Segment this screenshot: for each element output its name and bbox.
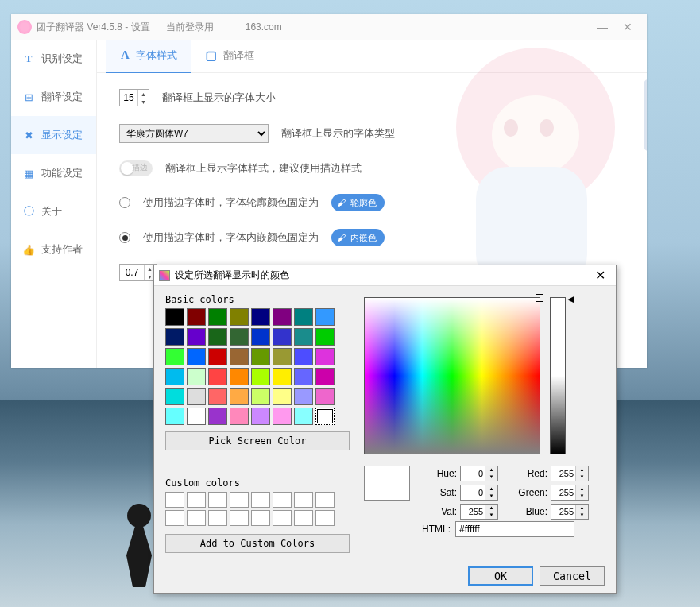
basic-swatch[interactable] xyxy=(165,368,184,385)
custom-swatch[interactable] xyxy=(273,492,292,508)
basic-swatch[interactable] xyxy=(273,308,292,326)
custom-swatch[interactable] xyxy=(273,510,292,526)
basic-swatch[interactable] xyxy=(294,368,313,385)
red-input[interactable]: ▲▼ xyxy=(551,466,589,481)
basic-swatch[interactable] xyxy=(251,388,270,405)
basic-swatch[interactable] xyxy=(315,388,335,405)
dialog-close-button[interactable]: ✕ xyxy=(589,267,611,284)
sidebar-item-support[interactable]: 👍 支持作者 xyxy=(11,230,96,269)
basic-swatch[interactable] xyxy=(208,408,227,425)
sat-input[interactable]: ▲▼ xyxy=(460,485,498,501)
tab-translate-box[interactable]: ▢ 翻译框 xyxy=(191,40,269,73)
inner-color-button[interactable]: 🖌 内嵌色 xyxy=(331,229,385,246)
custom-swatch[interactable] xyxy=(230,510,249,526)
basic-swatch[interactable] xyxy=(230,328,249,346)
basic-swatch[interactable] xyxy=(273,388,292,405)
value-strip[interactable] xyxy=(550,297,566,454)
basic-swatch[interactable] xyxy=(187,408,206,425)
basic-swatch[interactable] xyxy=(315,308,335,326)
custom-swatch[interactable] xyxy=(165,492,184,508)
gradient-cursor[interactable] xyxy=(536,294,543,302)
basic-swatch[interactable] xyxy=(208,388,227,405)
basic-swatch[interactable] xyxy=(251,348,270,365)
basic-swatch[interactable] xyxy=(165,388,184,405)
basic-swatch[interactable] xyxy=(165,348,184,365)
basic-swatch[interactable] xyxy=(251,408,270,425)
basic-swatch[interactable] xyxy=(165,408,184,425)
custom-swatch[interactable] xyxy=(187,510,206,526)
val-input[interactable]: ▲▼ xyxy=(460,504,498,520)
ok-button[interactable]: OK xyxy=(468,566,533,586)
basic-swatch[interactable] xyxy=(315,408,335,425)
basic-swatch[interactable] xyxy=(230,348,249,365)
outline-toggle[interactable]: 描边 xyxy=(119,160,153,176)
basic-swatch[interactable] xyxy=(230,388,249,405)
basic-swatch[interactable] xyxy=(315,368,335,385)
tab-font-style[interactable]: A 字体样式 xyxy=(106,40,191,73)
sidebar-item-recognize[interactable]: T 识别设定 xyxy=(11,40,96,78)
font-size-spinner[interactable]: ▲▼ xyxy=(119,89,149,106)
blue-input[interactable]: ▲▼ xyxy=(551,504,589,520)
basic-swatch[interactable] xyxy=(208,348,227,365)
add-custom-color-button[interactable]: Add to Custom Colors xyxy=(165,534,350,553)
basic-swatch[interactable] xyxy=(294,348,313,365)
custom-swatch[interactable] xyxy=(315,510,335,526)
basic-swatch[interactable] xyxy=(294,328,313,346)
opacity-spinner[interactable]: ▲▼ xyxy=(119,264,157,281)
hue-sat-gradient[interactable] xyxy=(364,297,540,454)
basic-swatch[interactable] xyxy=(165,308,184,326)
basic-swatch[interactable] xyxy=(294,388,313,405)
custom-swatch[interactable] xyxy=(208,510,227,526)
basic-swatch[interactable] xyxy=(294,308,313,326)
basic-swatch[interactable] xyxy=(208,328,227,346)
custom-swatch[interactable] xyxy=(294,492,313,508)
html-input[interactable] xyxy=(455,521,574,537)
spinner-up[interactable]: ▲ xyxy=(138,90,149,98)
basic-swatch[interactable] xyxy=(208,368,227,385)
custom-swatch[interactable] xyxy=(230,492,249,508)
basic-swatch[interactable] xyxy=(251,308,270,326)
opacity-input[interactable] xyxy=(120,267,144,278)
basic-swatch[interactable] xyxy=(187,368,206,385)
custom-swatch[interactable] xyxy=(315,492,335,508)
basic-swatch[interactable] xyxy=(187,388,206,405)
basic-swatch[interactable] xyxy=(315,348,335,365)
custom-swatch[interactable] xyxy=(251,492,270,508)
font-size-input[interactable] xyxy=(120,92,137,103)
basic-swatch[interactable] xyxy=(187,308,206,326)
custom-swatch[interactable] xyxy=(294,510,313,526)
font-family-select[interactable]: 华康方圆体W7 xyxy=(119,124,269,143)
basic-swatch[interactable] xyxy=(187,348,206,365)
basic-swatch[interactable] xyxy=(315,328,335,346)
basic-swatch[interactable] xyxy=(294,408,313,425)
sidebar-item-translate[interactable]: ⊞ 翻译设定 xyxy=(11,78,96,116)
minimize-button[interactable]: — xyxy=(590,16,615,38)
outline-color-button[interactable]: 🖌 轮廓色 xyxy=(331,194,385,211)
basic-swatch[interactable] xyxy=(273,328,292,346)
basic-swatch[interactable] xyxy=(273,408,292,425)
custom-swatch[interactable] xyxy=(165,510,184,526)
outline-color-radio[interactable] xyxy=(119,197,130,208)
green-input[interactable]: ▲▼ xyxy=(551,485,589,501)
spinner-down[interactable]: ▼ xyxy=(138,98,149,106)
basic-swatch[interactable] xyxy=(208,308,227,326)
basic-swatch[interactable] xyxy=(273,368,292,385)
basic-swatch[interactable] xyxy=(251,368,270,385)
basic-swatch[interactable] xyxy=(230,408,249,425)
basic-swatch[interactable] xyxy=(230,308,249,326)
basic-swatch[interactable] xyxy=(230,368,249,385)
custom-swatch[interactable] xyxy=(208,492,227,508)
inner-color-radio[interactable] xyxy=(119,232,130,243)
basic-swatch[interactable] xyxy=(187,328,206,346)
sidebar-item-about[interactable]: ⓘ 关于 xyxy=(11,192,96,230)
basic-swatch[interactable] xyxy=(165,328,184,346)
hue-input[interactable]: ▲▼ xyxy=(460,466,498,481)
basic-swatch[interactable] xyxy=(251,328,270,346)
custom-swatch[interactable] xyxy=(187,492,206,508)
close-button[interactable]: ✕ xyxy=(615,16,640,38)
basic-swatch[interactable] xyxy=(273,348,292,365)
cancel-button[interactable]: Cancel xyxy=(540,566,605,586)
pick-screen-color-button[interactable]: Pick Screen Color xyxy=(165,431,350,450)
sidebar-item-display[interactable]: ✖ 显示设定 xyxy=(11,116,96,154)
sidebar-item-function[interactable]: ▦ 功能设定 xyxy=(11,154,96,192)
